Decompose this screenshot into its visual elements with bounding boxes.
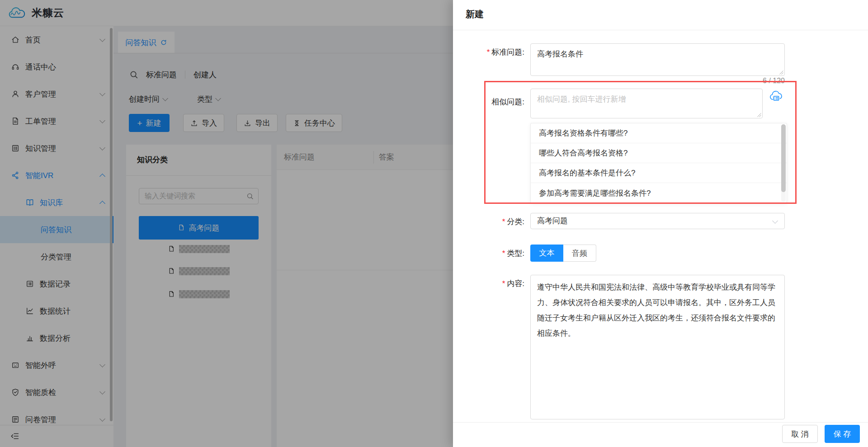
- new-drawer: 新建 *标准问题: 高考报名条件 6 / 120 相似问题: 高考报名资格条件有…: [453, 0, 868, 447]
- resize-handle-icon[interactable]: [757, 113, 761, 117]
- type-option-audio[interactable]: 音频: [563, 245, 596, 262]
- content-input[interactable]: 遵守中华人民共和国宪法和法律、高级中等教育学校毕业或具有同等学力、身体状况符合相…: [531, 275, 784, 419]
- suggestion-item[interactable]: 高考报名的基本条件是什么?: [531, 163, 787, 183]
- type-toggle-group: 文本 音频: [530, 245, 596, 262]
- suggestions-scrollbar-thumb[interactable]: [781, 124, 786, 192]
- similar-question-input[interactable]: [531, 89, 762, 118]
- standard-question-field: 高考报名条件: [530, 43, 785, 76]
- divider: [453, 30, 868, 30]
- app-root: 米糠云 首页 通话中心 客户管理 工单管理: [0, 0, 868, 447]
- category-label: *分类:: [453, 216, 524, 227]
- required-mark: *: [502, 279, 505, 288]
- category-select-value: 高考问题: [537, 216, 568, 225]
- standard-question-input[interactable]: 高考报名条件: [531, 44, 784, 75]
- drawer-title: 新建: [466, 8, 484, 20]
- required-mark: *: [502, 217, 505, 226]
- content-field: 遵守中华人民共和国宪法和法律、高级中等教育学校毕业或具有同等学力、身体状况符合相…: [530, 275, 785, 419]
- resize-handle-icon[interactable]: [779, 70, 783, 75]
- save-button[interactable]: 保 存: [825, 425, 860, 443]
- standard-question-label: *标准问题:: [453, 47, 524, 57]
- footer-divider: [453, 422, 868, 423]
- required-mark: *: [502, 249, 505, 258]
- chevron-down-icon: [772, 218, 778, 224]
- category-select[interactable]: 高考问题: [530, 213, 785, 229]
- cancel-button[interactable]: 取 消: [782, 425, 818, 443]
- type-option-text[interactable]: 文本: [530, 245, 563, 262]
- similar-question-label: 相似问题:: [453, 97, 524, 107]
- similar-suggestions-list: 高考报名资格条件有哪些? 哪些人符合高考报名资格? 高考报名的基本条件是什么? …: [530, 123, 787, 203]
- char-counter: 6 / 120: [694, 77, 785, 85]
- required-mark: *: [487, 48, 490, 56]
- ai-generate-icon[interactable]: [769, 89, 784, 104]
- type-label: *类型:: [453, 248, 524, 259]
- suggestion-item[interactable]: 参加高考需要满足哪些报名条件?: [531, 183, 787, 203]
- similar-question-field: [530, 89, 763, 118]
- content-label: *内容:: [453, 278, 524, 289]
- suggestion-item[interactable]: 哪些人符合高考报名资格?: [531, 143, 787, 163]
- drawer-mask[interactable]: [0, 0, 453, 447]
- suggestion-item[interactable]: 高考报名资格条件有哪些?: [531, 123, 787, 143]
